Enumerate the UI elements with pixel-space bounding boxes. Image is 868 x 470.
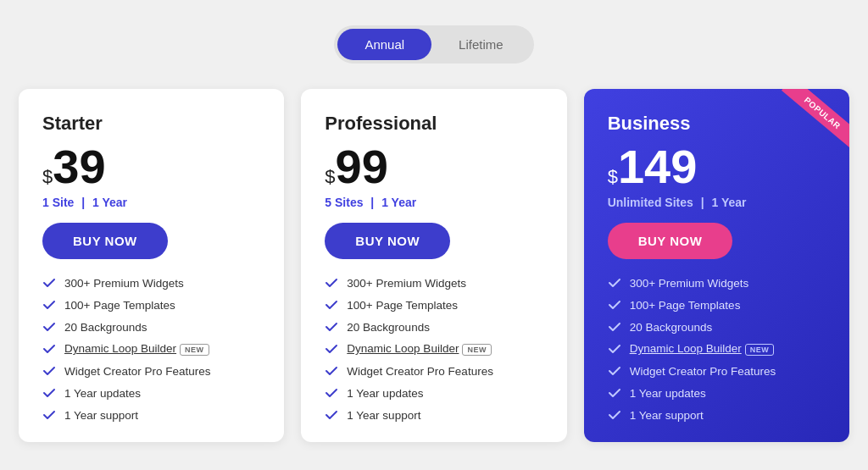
pricing-cards: Starter $ 39 1 Site | 1 Year BUY NOW 300…	[19, 89, 849, 442]
check-icon	[42, 342, 56, 356]
check-icon	[608, 320, 621, 334]
check-icon	[608, 364, 621, 378]
annual-toggle-button[interactable]: Annual	[337, 29, 431, 60]
business-card: POPULAR Business $ 149 Unlimited Sites |…	[584, 89, 849, 442]
professional-features: 300+ Premium Widgets 100+ Page Templates…	[325, 276, 542, 422]
business-sites-year: Unlimited Sites | 1 Year	[608, 196, 826, 209]
check-icon	[325, 386, 338, 400]
list-item: 300+ Premium Widgets	[42, 276, 260, 290]
professional-price-row: $ 99	[325, 143, 542, 191]
new-badge: NEW	[462, 344, 492, 356]
dynamic-loop-builder-link[interactable]: Dynamic Loop Builder	[64, 342, 176, 355]
starter-price: 39	[53, 143, 105, 191]
dynamic-loop-builder-link[interactable]: Dynamic Loop Builder	[630, 342, 742, 355]
starter-plan-name: Starter	[42, 113, 260, 135]
list-item: Dynamic Loop BuilderNEW	[608, 342, 826, 356]
professional-plan-name: Professional	[325, 113, 542, 135]
starter-card: Starter $ 39 1 Site | 1 Year BUY NOW 300…	[19, 89, 284, 442]
check-icon	[325, 364, 338, 378]
list-item: 300+ Premium Widgets	[608, 276, 826, 290]
business-plan-name: Business	[608, 113, 826, 135]
professional-sites-year: 5 Sites | 1 Year	[325, 196, 542, 209]
list-item: 1 Year updates	[608, 386, 826, 400]
check-icon	[608, 276, 621, 290]
starter-currency: $	[42, 166, 53, 188]
list-item: 100+ Page Templates	[608, 298, 826, 312]
list-item: Widget Creator Pro Features	[325, 364, 542, 378]
check-icon	[608, 386, 621, 400]
starter-buy-button[interactable]: BUY NOW	[42, 223, 168, 259]
list-item: 300+ Premium Widgets	[325, 276, 542, 290]
list-item: 1 Year support	[608, 408, 826, 422]
list-item: 20 Backgrounds	[42, 320, 260, 334]
check-icon	[608, 342, 621, 356]
business-price: 149	[618, 143, 697, 191]
list-item: 20 Backgrounds	[608, 320, 826, 334]
check-icon	[325, 408, 338, 422]
professional-currency: $	[325, 166, 335, 188]
check-icon	[42, 298, 56, 312]
business-currency: $	[608, 166, 618, 188]
professional-card: Professional $ 99 5 Sites | 1 Year BUY N…	[301, 89, 566, 442]
list-item: 1 Year support	[42, 408, 260, 422]
starter-sites-year: 1 Site | 1 Year	[42, 196, 260, 209]
billing-toggle: Annual Lifetime	[334, 25, 533, 64]
check-icon	[42, 364, 56, 378]
business-features: 300+ Premium Widgets 100+ Page Templates…	[608, 276, 826, 422]
list-item: Dynamic Loop BuilderNEW	[42, 342, 260, 356]
check-icon	[42, 276, 56, 290]
lifetime-toggle-button[interactable]: Lifetime	[431, 29, 531, 60]
check-icon	[42, 408, 56, 422]
starter-features: 300+ Premium Widgets 100+ Page Templates…	[42, 276, 260, 422]
starter-price-row: $ 39	[42, 143, 260, 191]
check-icon	[42, 320, 56, 334]
list-item: 100+ Page Templates	[42, 298, 260, 312]
new-badge: NEW	[745, 344, 775, 356]
list-item: Widget Creator Pro Features	[42, 364, 260, 378]
list-item: 1 Year support	[325, 408, 542, 422]
list-item: 20 Backgrounds	[325, 320, 542, 334]
check-icon	[325, 342, 338, 356]
professional-price: 99	[336, 143, 388, 191]
check-icon	[325, 298, 338, 312]
check-icon	[325, 276, 338, 290]
dynamic-loop-builder-link[interactable]: Dynamic Loop Builder	[347, 342, 459, 355]
list-item: Dynamic Loop BuilderNEW	[325, 342, 542, 356]
list-item: Widget Creator Pro Features	[608, 364, 826, 378]
new-badge: NEW	[180, 344, 209, 356]
business-buy-button[interactable]: BUY NOW	[608, 223, 733, 259]
business-price-row: $ 149	[608, 143, 826, 191]
check-icon	[42, 386, 56, 400]
list-item: 100+ Page Templates	[325, 298, 542, 312]
check-icon	[608, 408, 621, 422]
professional-buy-button[interactable]: BUY NOW	[325, 223, 450, 259]
list-item: 1 Year updates	[42, 386, 260, 400]
check-icon	[608, 298, 621, 312]
check-icon	[325, 320, 338, 334]
list-item: 1 Year updates	[325, 386, 542, 400]
